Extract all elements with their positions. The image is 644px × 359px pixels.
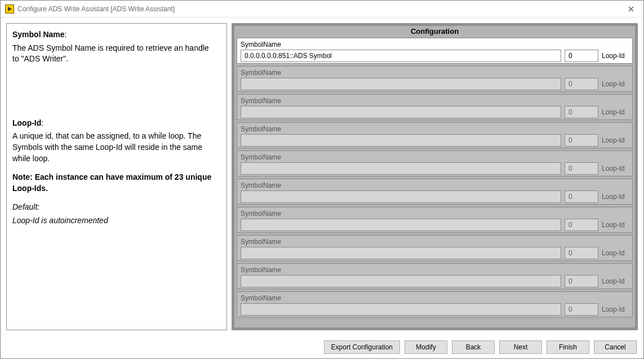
- loopid-input[interactable]: [565, 190, 598, 203]
- symbolname-input[interactable]: [241, 78, 561, 90]
- config-row: SymbolNameLoop-Id: [237, 66, 633, 92]
- row-symbolname-label: SymbolName: [241, 266, 629, 274]
- titlebar: Configure ADS Write Assistant [ADS Write…: [1, 1, 643, 17]
- loopid-label: Loop-Id: [602, 165, 629, 172]
- help-default-body: Loop-Id is autoincremented: [12, 216, 108, 225]
- config-row: SymbolNameLoop-Id: [237, 150, 633, 176]
- app-play-icon: [5, 5, 14, 14]
- row-body: Loop-Id: [241, 219, 629, 231]
- help-loopid-header: Loop-Id: [12, 118, 41, 127]
- content-area: Symbol Name: The ADS Symbol Name is requ…: [1, 17, 643, 336]
- row-body: Loop-Id: [241, 247, 629, 259]
- row-symbolname-label: SymbolName: [241, 210, 629, 218]
- row-symbolname-label: SymbolName: [241, 97, 629, 105]
- close-button[interactable]: [618, 1, 643, 17]
- help-symbolname-header: Symbol Name: [12, 30, 65, 39]
- help-symbolname-body: The ADS Symbol Name is required to retri…: [12, 43, 217, 65]
- symbolname-input[interactable]: [241, 219, 561, 231]
- config-row: SymbolNameLoop-Id: [237, 291, 633, 317]
- help-loopid-body: A unique id, that can be assigned, to a …: [12, 131, 217, 164]
- symbolname-input[interactable]: [241, 106, 561, 118]
- config-row: SymbolNameLoop-Id: [237, 207, 633, 233]
- loopid-input[interactable]: [565, 50, 598, 62]
- loopid-input[interactable]: [565, 275, 598, 287]
- loopid-input[interactable]: [565, 303, 598, 316]
- row-symbolname-label: SymbolName: [241, 294, 629, 302]
- loopid-input[interactable]: [565, 78, 598, 90]
- window-title: Configure ADS Write Assistant [ADS Write…: [17, 5, 618, 13]
- finish-button[interactable]: Finish: [547, 340, 589, 354]
- symbolname-input[interactable]: [241, 190, 561, 203]
- row-symbolname-label: SymbolName: [241, 153, 629, 161]
- config-row: SymbolNameLoop-Id: [237, 179, 633, 205]
- loopid-label: Loop-Id: [602, 305, 629, 313]
- row-symbolname-label: SymbolName: [241, 69, 629, 77]
- symbolname-input[interactable]: [241, 275, 561, 287]
- cancel-button[interactable]: Cancel: [594, 340, 637, 354]
- loopid-label: Loop-Id: [602, 221, 629, 229]
- export-configuration-button[interactable]: Export Configuration: [324, 340, 400, 354]
- modify-button[interactable]: Modify: [405, 340, 447, 354]
- row-body: Loop-Id: [241, 106, 629, 118]
- row-body: Loop-Id: [241, 134, 629, 147]
- row-body: Loop-Id: [241, 78, 629, 90]
- row-symbolname-label: SymbolName: [241, 181, 629, 189]
- loopid-input[interactable]: [565, 134, 598, 147]
- symbolname-input[interactable]: [241, 303, 561, 316]
- help-note: Note: Each instance can have maximum of …: [12, 172, 211, 193]
- loopid-label: Loop-Id: [602, 108, 629, 116]
- symbolname-input[interactable]: [241, 134, 561, 147]
- symbolname-input[interactable]: [241, 162, 561, 175]
- loopid-label: Loop-Id: [602, 249, 629, 257]
- config-row: SymbolNameLoop-Id: [237, 263, 633, 289]
- config-row: SymbolNameLoop-Id: [237, 122, 633, 148]
- loopid-input[interactable]: [565, 106, 598, 118]
- row-symbolname-label: SymbolName: [241, 238, 629, 246]
- config-row: SymbolNameLoop-Id: [237, 94, 633, 120]
- close-icon: [628, 5, 634, 14]
- config-row: SymbolNameLoop-Id: [237, 38, 633, 64]
- configuration-title: Configuration: [234, 26, 635, 38]
- loopid-input[interactable]: [565, 162, 598, 175]
- back-button[interactable]: Back: [452, 340, 495, 354]
- loopid-input[interactable]: [565, 247, 598, 259]
- loopid-label: Loop-Id: [602, 52, 629, 60]
- configuration-list[interactable]: SymbolNameLoop-IdSymbolNameLoop-IdSymbol…: [237, 38, 633, 325]
- symbolname-input[interactable]: [241, 247, 561, 259]
- loopid-input[interactable]: [565, 219, 598, 231]
- configuration-panel: Configuration SymbolNameLoop-IdSymbolNam…: [232, 23, 638, 330]
- row-body: Loop-Id: [241, 162, 629, 175]
- symbolname-input[interactable]: [241, 50, 561, 62]
- row-body: Loop-Id: [241, 50, 629, 62]
- next-button[interactable]: Next: [499, 340, 542, 354]
- row-body: Loop-Id: [241, 190, 629, 203]
- loopid-label: Loop-Id: [602, 193, 629, 201]
- row-body: Loop-Id: [241, 303, 629, 316]
- loopid-label: Loop-Id: [602, 277, 629, 285]
- help-default-header: Default:: [12, 202, 39, 211]
- svg-marker-0: [8, 7, 12, 11]
- loopid-label: Loop-Id: [602, 136, 629, 144]
- button-bar: Export Configuration Modify Back Next Fi…: [1, 336, 643, 358]
- row-body: Loop-Id: [241, 275, 629, 287]
- config-row: SymbolNameLoop-Id: [237, 235, 633, 261]
- loopid-label: Loop-Id: [602, 80, 629, 88]
- row-symbolname-label: SymbolName: [241, 41, 629, 48]
- help-panel[interactable]: Symbol Name: The ADS Symbol Name is requ…: [6, 23, 227, 330]
- row-symbolname-label: SymbolName: [241, 125, 629, 133]
